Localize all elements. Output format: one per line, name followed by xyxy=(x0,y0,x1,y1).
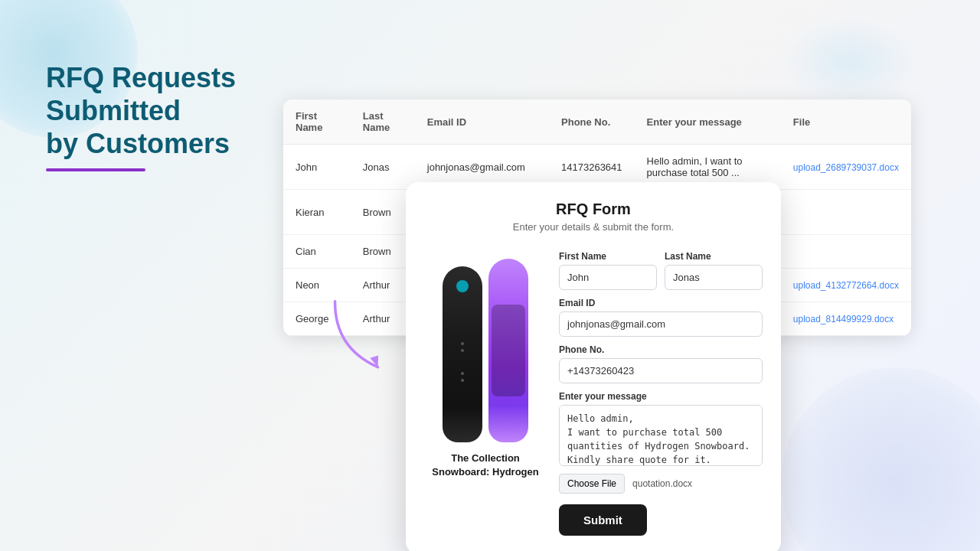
name-row: First Name Last Name xyxy=(559,251,763,290)
bg-blob-br xyxy=(781,367,980,551)
page-title-line1: RFQ Requests Submitted xyxy=(46,62,236,126)
snowboard-label: The Collection Snowboard: Hydrogen xyxy=(424,452,547,479)
file-download-link[interactable]: upload_4132772664.docx xyxy=(793,280,899,291)
first-name-input[interactable] xyxy=(559,265,657,290)
page-title-underline xyxy=(46,168,145,171)
rfq-form: First Name Last Name Email ID Phone No. xyxy=(559,251,763,536)
col-last-name: Last Name xyxy=(351,99,415,145)
message-group: Enter your message Hello admin, I want t… xyxy=(559,391,763,466)
file-upload-row: Choose File quotation.docx xyxy=(559,474,763,494)
col-first-name: First Name xyxy=(283,99,351,145)
table-cell-file: upload_814499929.docx xyxy=(781,302,911,336)
table-cell-file: upload_2689739037.docx xyxy=(781,145,911,190)
page-title-area: RFQ Requests Submitted by Customers xyxy=(46,61,276,171)
col-message: Enter your message xyxy=(635,99,781,145)
snowboard-area: The Collection Snowboard: Hydrogen xyxy=(424,251,547,536)
email-label: Email ID xyxy=(559,298,763,308)
choose-file-button[interactable]: Choose File xyxy=(559,474,625,494)
snowboard-dots-top xyxy=(461,342,464,352)
table-cell: Cian xyxy=(283,235,351,269)
last-name-label: Last Name xyxy=(665,251,763,262)
table-cell: Kieran xyxy=(283,190,351,235)
modal-body: The Collection Snowboard: Hydrogen First… xyxy=(406,239,781,551)
rfq-modal: RFQ Form Enter your details & submit the… xyxy=(406,182,781,551)
phone-group: Phone No. xyxy=(559,344,763,383)
dot1 xyxy=(461,342,464,345)
snowboard-black xyxy=(443,266,482,442)
table-cell-file xyxy=(781,190,911,235)
snowboard-images xyxy=(443,251,528,442)
dot2 xyxy=(461,349,464,352)
file-download-link[interactable]: upload_2689739037.docx xyxy=(793,162,899,173)
snowboard-purple xyxy=(488,259,528,442)
table-header-row: First Name Last Name Email ID Phone No. … xyxy=(283,99,911,145)
col-phone: Phone No. xyxy=(549,99,635,145)
modal-subtitle: Enter your details & submit the form. xyxy=(424,221,763,233)
file-name-display: quotation.docx xyxy=(632,478,692,489)
last-name-input[interactable] xyxy=(665,265,763,290)
message-label: Enter your message xyxy=(559,391,763,402)
last-name-group: Last Name xyxy=(665,251,763,290)
col-email: Email ID xyxy=(415,99,549,145)
phone-label: Phone No. xyxy=(559,344,763,355)
message-textarea[interactable]: Hello admin, I want to purchase total 50… xyxy=(559,405,763,466)
phone-input[interactable] xyxy=(559,358,763,383)
email-input[interactable] xyxy=(559,311,763,337)
file-download-link[interactable]: upload_814499929.docx xyxy=(793,314,893,324)
modal-title: RFQ Form xyxy=(424,201,763,218)
submit-button[interactable]: Submit xyxy=(559,504,647,536)
bg-blob-tr xyxy=(781,15,919,107)
first-name-label: First Name xyxy=(559,251,657,262)
modal-header: RFQ Form Enter your details & submit the… xyxy=(406,182,781,239)
table-cell-file xyxy=(781,235,911,269)
dot4 xyxy=(461,379,464,382)
page-title-line2: by Customers xyxy=(46,128,230,159)
page-title: RFQ Requests Submitted by Customers xyxy=(46,61,276,161)
table-cell-file: upload_4132772664.docx xyxy=(781,269,911,302)
col-file: File xyxy=(781,99,911,145)
product-name: The Collection Snowboard: Hydrogen xyxy=(424,452,547,479)
first-name-group: First Name xyxy=(559,251,657,290)
dot3 xyxy=(461,372,464,375)
email-group: Email ID xyxy=(559,298,763,337)
table-cell: John xyxy=(283,145,351,190)
snowboard-dots-bottom xyxy=(461,372,464,382)
table-cell: Jonas xyxy=(351,145,415,190)
arrow-icon xyxy=(306,283,413,390)
